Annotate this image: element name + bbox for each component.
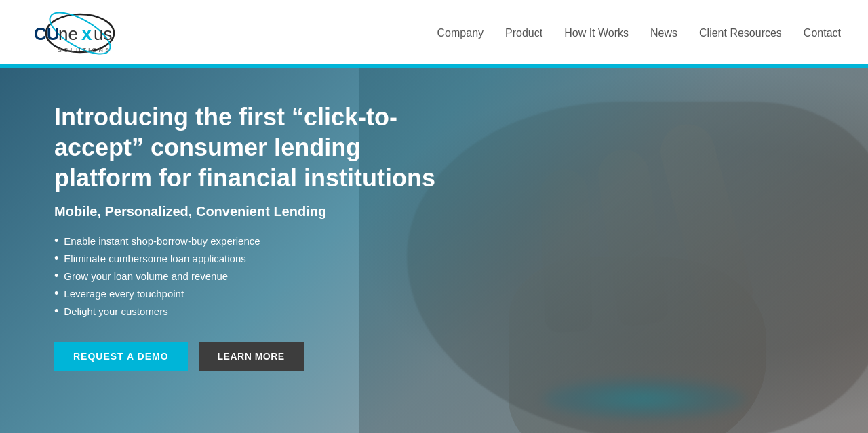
header-accent-bar — [0, 64, 868, 66]
nav-client-resources[interactable]: Client Resources — [699, 27, 782, 39]
site-header: CU ne x us SOLUTIONS Company Product How… — [0, 0, 868, 68]
svg-text:us: us — [94, 24, 112, 44]
svg-text:SOLUTIONS: SOLUTIONS — [58, 47, 111, 54]
nav-how-it-works[interactable]: How It Works — [564, 27, 629, 39]
hero-section: Introducing the first “click-to-accept” … — [0, 68, 868, 433]
hero-subtitle: Mobile, Personalized, Convenient Lending — [54, 204, 441, 220]
hero-content: Introducing the first “click-to-accept” … — [0, 68, 441, 371]
nav-company[interactable]: Company — [437, 27, 484, 39]
hero-title: Introducing the first “click-to-accept” … — [54, 102, 441, 193]
hero-buttons: REQUEST A DEMO LEARN MORE — [54, 342, 441, 371]
nav-contact[interactable]: Contact — [804, 27, 841, 39]
svg-text:ne: ne — [58, 24, 78, 44]
logo[interactable]: CU ne x us SOLUTIONS — [20, 7, 139, 58]
nav-news[interactable]: News — [650, 27, 677, 39]
request-demo-button[interactable]: REQUEST A DEMO — [54, 342, 188, 371]
nav-product[interactable]: Product — [505, 27, 542, 39]
hero-bullet-list: Enable instant shop-borrow-buy experienc… — [54, 234, 441, 317]
hero-bullet-5: Delight your customers — [54, 305, 441, 317]
svg-text:x: x — [81, 23, 92, 44]
main-nav: Company Product How It Works News Client… — [437, 27, 841, 39]
svg-text:CU: CU — [34, 24, 60, 44]
learn-more-button[interactable]: LEARN MORE — [199, 342, 304, 371]
hero-bullet-2: Eliminate cumbersome loan applications — [54, 252, 441, 264]
hero-bullet-1: Enable instant shop-borrow-buy experienc… — [54, 234, 441, 247]
hero-bullet-3: Grow your loan volume and revenue — [54, 270, 441, 282]
hero-bullet-4: Leverage every touchpoint — [54, 287, 441, 300]
